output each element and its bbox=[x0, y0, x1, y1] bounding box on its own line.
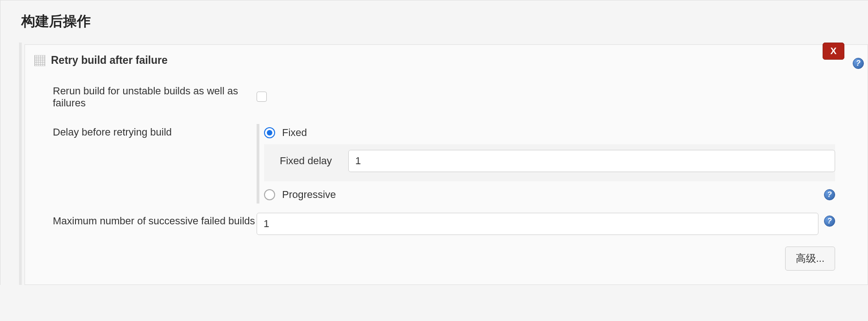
fixed-radio[interactable] bbox=[264, 127, 275, 138]
progressive-radio-row: Progressive ? bbox=[264, 186, 835, 204]
help-icon[interactable]: ? bbox=[853, 58, 864, 69]
fixed-radio-row: Fixed bbox=[264, 124, 835, 142]
max-failed-input[interactable] bbox=[257, 213, 818, 235]
delay-radio-group: Fixed Fixed delay Progressive ? bbox=[257, 124, 835, 204]
rerun-unstable-label: Rerun build for unstable builds as well … bbox=[34, 83, 257, 109]
rerun-unstable-checkbox[interactable] bbox=[257, 92, 267, 102]
progressive-radio[interactable] bbox=[264, 189, 275, 200]
max-failed-label: Maximum number of successive failed buil… bbox=[34, 213, 257, 227]
retry-build-block: X ? Retry build after failure Rerun buil… bbox=[25, 44, 868, 285]
block-header: Retry build after failure bbox=[34, 54, 858, 67]
progressive-radio-label: Progressive bbox=[282, 189, 336, 201]
block-title: Retry build after failure bbox=[51, 54, 168, 67]
delay-row: Delay before retrying build Fixed Fixed … bbox=[34, 119, 858, 208]
rerun-unstable-row: Rerun build for unstable builds as well … bbox=[34, 78, 858, 119]
help-icon[interactable]: ? bbox=[824, 216, 835, 227]
fixed-delay-label: Fixed delay bbox=[280, 155, 340, 167]
advanced-button[interactable]: 高级... bbox=[785, 247, 835, 271]
section-title: 构建后操作 bbox=[0, 0, 868, 43]
max-failed-row: Maximum number of successive failed buil… bbox=[34, 208, 858, 240]
fixed-delay-input[interactable] bbox=[348, 150, 835, 172]
close-button[interactable]: X bbox=[823, 43, 844, 60]
help-icon[interactable]: ? bbox=[824, 189, 835, 200]
delay-label: Delay before retrying build bbox=[34, 124, 257, 138]
fixed-radio-label: Fixed bbox=[282, 127, 307, 139]
config-block-wrapper: X ? Retry build after failure Rerun buil… bbox=[19, 43, 868, 285]
drag-handle-icon[interactable] bbox=[34, 55, 45, 66]
fixed-delay-field: Fixed delay bbox=[264, 144, 835, 181]
post-build-actions-section: 构建后操作 X ? Retry build after failure Reru… bbox=[0, 0, 868, 285]
button-row: 高级... bbox=[34, 240, 858, 271]
